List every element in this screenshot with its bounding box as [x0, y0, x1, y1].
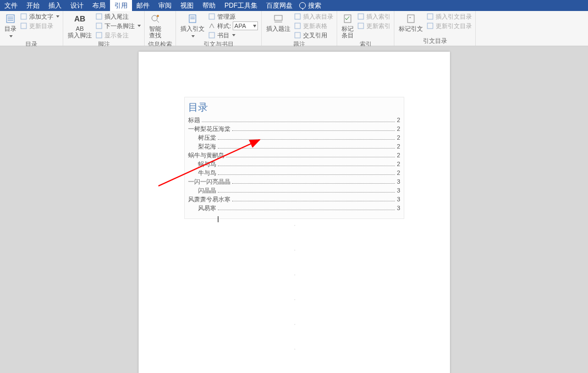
toc-leader: [232, 201, 395, 201]
ribbon-small-button: 更新索引: [357, 21, 391, 30]
small-label: 显示备注: [105, 31, 129, 40]
fig-toc-icon: [294, 13, 301, 20]
ribbon-group: 插入题注插入表目录更新表格交叉引用题注: [262, 11, 337, 46]
small-label: 更新索引: [366, 22, 391, 30]
toc-icon: [5, 13, 16, 24]
toc-text: 一闪一闪亮晶晶: [188, 178, 230, 186]
ribbon-small-button[interactable]: 交叉引用: [294, 31, 333, 40]
svg-rect-5: [21, 23, 26, 29]
ribbon-button[interactable]: 标记条目: [340, 12, 355, 40]
toc-text: 蜗牛与黄鹂鸟: [188, 151, 224, 160]
ribbon-group: 目录添加文字更新目录目录: [0, 11, 63, 46]
chevron-down-icon: [191, 35, 195, 37]
svg-rect-20: [295, 23, 300, 29]
ribbon-button[interactable]: 插入引文: [179, 12, 206, 40]
toc-page: 3: [397, 205, 400, 211]
ribbon-small-button: 插入索引: [357, 12, 391, 21]
svg-point-9: [152, 15, 157, 21]
tab-0[interactable]: 文件: [0, 0, 22, 11]
toc-leader: [232, 183, 395, 184]
crossref-icon: [294, 32, 301, 39]
tell-me-search[interactable]: 搜索: [299, 1, 321, 10]
tab-1[interactable]: 开始: [22, 0, 44, 11]
update-idx-icon: [357, 23, 365, 29]
update-icon: [20, 23, 28, 29]
tab-9[interactable]: 帮助: [198, 0, 220, 11]
tab-10[interactable]: PDF工具集: [220, 0, 262, 11]
ribbon-small-button[interactable]: 下一条脚注: [95, 21, 141, 30]
toc-row[interactable]: 风易寒3: [188, 204, 400, 212]
caption-icon: [273, 13, 284, 24]
ab-icon: AB: [74, 13, 85, 24]
ribbon-small-button[interactable]: 管理源: [208, 12, 258, 21]
button-label: 标记条目: [342, 25, 354, 39]
toc-page: 3: [397, 196, 400, 202]
toc-text: 一树梨花压海棠: [188, 125, 230, 133]
small-label: 更新目录: [29, 22, 53, 30]
ribbon-button[interactable]: ABAB插入脚注: [67, 12, 93, 40]
mark-cite-icon: ": [405, 13, 416, 24]
ribbon-button[interactable]: "标记引文: [398, 12, 424, 33]
toc-field[interactable]: 目录 标题2一树梨花压海棠2树压棠2梨花海2蜗牛与黄鹂鸟2蜗与鸟2牛与鸟2一闪一…: [184, 97, 404, 219]
toc-page: 2: [397, 169, 400, 176]
svg-text:": ": [409, 16, 411, 21]
ribbon-button[interactable]: 目录: [3, 12, 18, 40]
toc-page: 3: [397, 178, 400, 185]
svg-point-11: [157, 15, 159, 17]
toc-row[interactable]: 标题2: [188, 116, 400, 124]
small-label: 交叉引用: [303, 31, 327, 40]
add-text-icon: [20, 13, 28, 20]
workspace: 目录 标题2一树梨花压海棠2树压棠2梨花海2蜗牛与黄鹂鸟2蜗与鸟2牛与鸟2一闪一…: [0, 46, 588, 373]
toc-text: 风萧萧兮易水寒: [188, 195, 230, 204]
chevron-down-icon: [232, 34, 235, 36]
ribbon-small-button[interactable]: 样式:APA: [208, 21, 258, 30]
svg-rect-15: [209, 14, 215, 19]
svg-rect-7: [96, 23, 102, 29]
ribbon-small-button[interactable]: 插入尾注: [95, 12, 141, 21]
tab-3[interactable]: 设计: [66, 0, 88, 11]
button-label: 插入题注: [266, 25, 290, 32]
svg-rect-28: [427, 23, 433, 29]
tab-5[interactable]: 引用: [110, 0, 132, 11]
toc-row[interactable]: 一树梨花压海棠2: [188, 125, 400, 133]
tab-4[interactable]: 布局: [88, 0, 110, 11]
tab-11[interactable]: 百度网盘: [262, 0, 297, 11]
tab-6[interactable]: 邮件: [132, 0, 154, 11]
toc-row[interactable]: 风萧萧兮易水寒3: [188, 195, 400, 204]
ribbon-small-button: 插入表目录: [294, 12, 333, 21]
ribbon-button[interactable]: 插入题注: [265, 12, 292, 33]
ribbon-button[interactable]: 智能查找: [148, 12, 162, 40]
ribbon-small-button[interactable]: 书目: [208, 31, 258, 40]
toc-text: 树压棠: [198, 134, 216, 142]
toc-text: 牛与鸟: [198, 169, 216, 177]
toc-row[interactable]: 闪晶晶3: [188, 186, 400, 195]
toc-title: 目录: [188, 101, 400, 114]
toc-page: 2: [397, 161, 400, 167]
toc-row[interactable]: 一闪一闪亮晶晶3: [188, 178, 400, 186]
toc-row[interactable]: 蜗与鸟2: [188, 160, 400, 168]
ribbon-small-button[interactable]: 添加文字: [20, 12, 59, 21]
style-dropdown[interactable]: APA: [233, 21, 258, 30]
tab-8[interactable]: 视图: [176, 0, 198, 11]
small-label: 插入尾注: [105, 13, 129, 21]
tabs-host: 文件开始插入设计布局引用邮件审阅视图帮助PDF工具集百度网盘: [0, 0, 297, 11]
toc-leader: [232, 130, 395, 131]
small-label: 下一条脚注: [105, 22, 135, 30]
toc-row[interactable]: 牛与鸟2: [188, 169, 400, 177]
style-icon: [208, 23, 216, 29]
ribbon-group: 插入引文管理源样式:APA书目引文与书目: [176, 11, 262, 46]
text-caret: [218, 216, 218, 222]
toc-row[interactable]: 蜗牛与黄鹂鸟2: [188, 151, 400, 160]
tab-2[interactable]: 插入: [44, 0, 66, 11]
toc-row[interactable]: 树压棠2: [188, 134, 400, 142]
toc-row[interactable]: 梨花海2: [188, 142, 400, 151]
small-label: 插入表目录: [303, 13, 333, 21]
toc-text: 风易寒: [198, 204, 216, 212]
toc-page: 2: [397, 134, 400, 141]
button-label: 目录: [4, 25, 17, 39]
svg-rect-4: [21, 14, 26, 19]
ribbon-small-button: 更新表格: [294, 21, 333, 30]
small-label: 管理源: [217, 13, 235, 21]
toc-page: 2: [397, 152, 400, 158]
tab-7[interactable]: 审阅: [154, 0, 176, 11]
